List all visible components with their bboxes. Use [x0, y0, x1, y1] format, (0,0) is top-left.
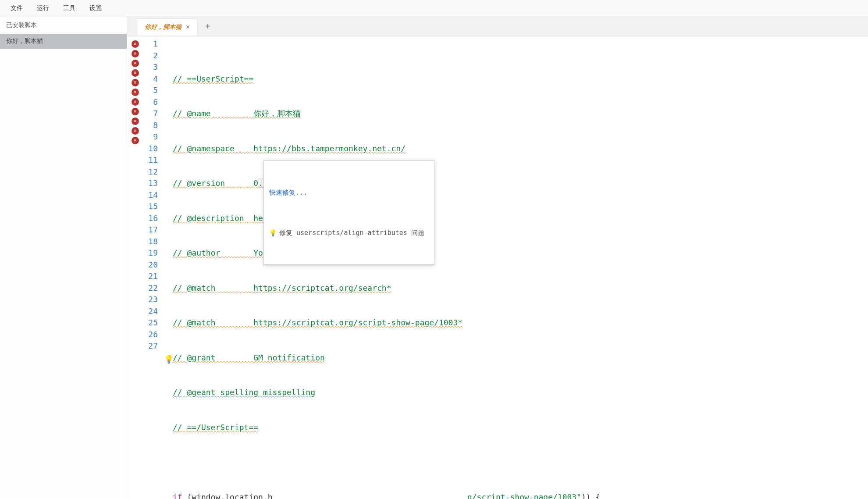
menu-file[interactable]: 文件	[4, 2, 30, 15]
line-number: 5	[143, 85, 158, 96]
code-line: https://scriptcat.org/script-show-page/1…	[253, 318, 462, 327]
code-line: // @name	[173, 109, 211, 118]
code-line: // @match	[173, 318, 216, 327]
line-number: 21	[143, 271, 158, 282]
code-line: // @match	[173, 283, 216, 292]
sidebar: 已安装脚本 你好，脚本猫	[0, 17, 127, 499]
line-number: 23	[143, 294, 158, 306]
line-number: 20	[143, 259, 158, 271]
error-icon[interactable]: ✕	[132, 69, 139, 77]
line-number: 7	[143, 108, 158, 120]
code-line: 你好，脚本猫	[253, 109, 301, 118]
code-line: g/script-show-page/1003"	[467, 492, 581, 499]
line-number: 4	[143, 73, 158, 85]
menu-settings[interactable]: 设置	[82, 2, 109, 15]
close-icon[interactable]: ×	[186, 23, 190, 31]
quickfix-popup: 快速修复... 💡 修复 userscripts/align-attribute…	[263, 160, 434, 265]
line-number: 19	[143, 247, 158, 259]
line-number: 10	[143, 143, 158, 155]
error-icon[interactable]: ✕	[132, 108, 139, 115]
menu-run[interactable]: 运行	[30, 2, 56, 15]
line-number: 8	[143, 120, 158, 132]
sidebar-item-script[interactable]: 你好，脚本猫	[0, 34, 127, 49]
line-number: 27	[143, 340, 158, 352]
code-line: // @namespace	[173, 144, 235, 153]
line-number: 3	[143, 61, 158, 73]
line-number: 18	[143, 236, 158, 248]
error-icon[interactable]: ✕	[132, 79, 139, 86]
line-number: 25	[143, 317, 158, 329]
error-icon[interactable]: ✕	[132, 118, 139, 125]
quickfix-item[interactable]: 💡 修复 userscripts/align-attributes 问题	[264, 225, 434, 242]
sidebar-header: 已安装脚本	[0, 17, 127, 34]
quickfix-title[interactable]: 快速修复...	[264, 184, 434, 201]
code-line: // @geant spelling misspelling	[173, 388, 315, 397]
code-line: if	[173, 492, 182, 499]
line-number: 9	[143, 131, 158, 143]
quickfix-item-label: 修复 userscripts/align-attributes 问题	[279, 227, 424, 239]
code-lines[interactable]: IMAGE180 // ==UserScript== // @name 你好，脚…	[162, 36, 868, 499]
line-number: 16	[143, 213, 158, 225]
menubar: 文件 运行 工具 设置	[0, 0, 868, 17]
error-icon[interactable]: ✕	[132, 89, 139, 96]
code-line: GM_notification	[253, 353, 325, 362]
lightbulb-icon[interactable]: 💡	[164, 353, 174, 365]
line-number: 22	[143, 282, 158, 294]
line-number: 15	[143, 201, 158, 213]
lightbulb-icon: 💡	[269, 227, 277, 239]
line-number: 26	[143, 329, 158, 341]
line-number: 1	[143, 38, 158, 50]
code-line: )) {	[581, 492, 600, 499]
error-icon[interactable]: ✕	[132, 60, 139, 67]
gutter-line-numbers: 1234567891011121314151617181920212223242…	[143, 36, 162, 499]
tab-active[interactable]: 你好，脚本猫 ×	[138, 18, 197, 36]
error-icon[interactable]: ✕	[132, 40, 139, 48]
tab-label: 你好，脚本猫	[145, 23, 181, 31]
line-number: 12	[143, 166, 158, 178]
line-number: 6	[143, 96, 158, 108]
line-number: 17	[143, 224, 158, 236]
tabs: 你好，脚本猫 × +	[127, 17, 868, 36]
tab-add-button[interactable]: +	[197, 18, 218, 35]
code-editor[interactable]: ✕✕✕✕✕✕✕✕✕✕✕ 1234567891011121314151617181…	[127, 36, 868, 499]
code-line: // @version	[173, 178, 225, 188]
code-line: https://bbs.tampermonkey.net.cn/	[253, 144, 406, 153]
line-number: 11	[143, 154, 158, 166]
menu-tools[interactable]: 工具	[56, 2, 82, 15]
code-line: https://scriptcat.org/search*	[253, 283, 391, 292]
code-line: // ==/UserScript==	[173, 423, 258, 432]
error-icon[interactable]: ✕	[132, 98, 139, 106]
line-number: 2	[143, 50, 158, 62]
error-icon[interactable]: ✕	[132, 137, 139, 144]
line-number: 24	[143, 306, 158, 317]
code-line: // @description	[173, 214, 244, 223]
code-line: // @author	[173, 248, 220, 257]
gutter-errors: ✕✕✕✕✕✕✕✕✕✕✕	[127, 36, 143, 499]
error-icon[interactable]: ✕	[132, 50, 139, 57]
line-number: 14	[143, 189, 158, 201]
code-line: // ==UserScript==	[173, 74, 253, 83]
code-line: (window.location.h	[182, 492, 273, 499]
editor-area: 你好，脚本猫 × + ✕✕✕✕✕✕✕✕✕✕✕ 12345678910111213…	[127, 17, 868, 499]
error-icon[interactable]: ✕	[132, 127, 139, 135]
line-number: 13	[143, 178, 158, 189]
